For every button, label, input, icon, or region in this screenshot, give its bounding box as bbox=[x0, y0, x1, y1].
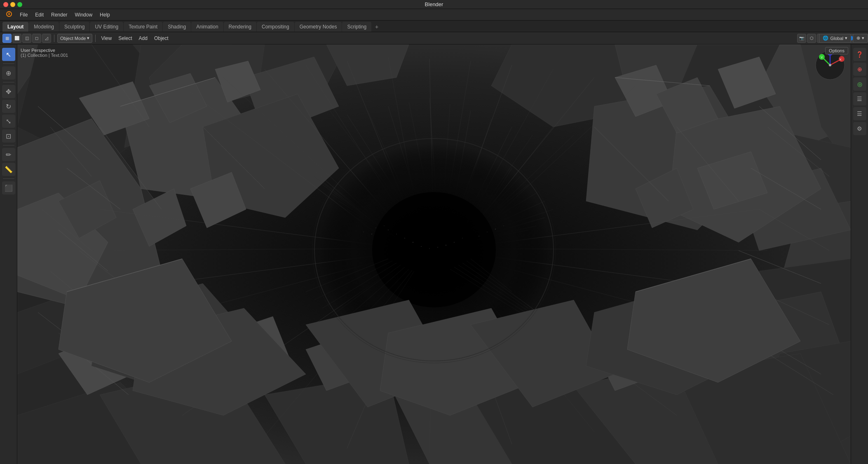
pivot-icon: ⊕ bbox=[856, 35, 860, 41]
svg-text:X: X bbox=[839, 58, 842, 61]
svg-point-1 bbox=[8, 13, 10, 15]
svg-point-151 bbox=[375, 227, 376, 228]
svg-point-147 bbox=[437, 247, 438, 248]
transform-tool-btn[interactable]: ⊡ bbox=[2, 129, 15, 143]
svg-point-141 bbox=[388, 230, 389, 230]
view-menu[interactable]: View bbox=[99, 35, 114, 42]
tab-modeling[interactable]: Modeling bbox=[29, 22, 59, 32]
svg-point-142 bbox=[396, 234, 397, 234]
scale-tool-btn[interactable]: ⤡ bbox=[2, 115, 15, 128]
add-workspace-button[interactable]: + bbox=[372, 22, 382, 32]
svg-point-153 bbox=[371, 234, 372, 234]
add-menu[interactable]: Add bbox=[136, 35, 150, 42]
maximize-button[interactable] bbox=[17, 2, 22, 7]
right-settings-btn[interactable]: ⚙ bbox=[853, 122, 866, 135]
mode-icons: ▦ ⬜ ◫ ◻ ◿ bbox=[2, 34, 51, 43]
minimize-button[interactable] bbox=[10, 2, 15, 7]
icon-btn-5[interactable]: ◿ bbox=[42, 34, 51, 43]
global-dropdown[interactable]: 🌐 Global ▾ bbox=[819, 34, 851, 43]
options-button[interactable]: Options bbox=[825, 47, 848, 54]
svg-point-154 bbox=[363, 232, 364, 232]
window-menu-item[interactable]: Window bbox=[71, 11, 96, 19]
info-btn[interactable]: ❓ bbox=[853, 48, 866, 61]
rotate-tool-btn[interactable]: ↻ bbox=[2, 100, 15, 113]
svg-point-158 bbox=[503, 225, 504, 226]
object-menu[interactable]: Object bbox=[152, 35, 171, 42]
tab-texture-paint[interactable]: Texture Paint bbox=[124, 22, 162, 32]
window-controls[interactable] bbox=[3, 2, 22, 7]
tab-geometry-nodes[interactable]: Geometry Nodes bbox=[295, 22, 342, 32]
left-tool-sep-1 bbox=[3, 63, 14, 64]
header-toolbar: ▦ ⬜ ◫ ◻ ◿ Object Mode ▾ View Select Add … bbox=[0, 32, 868, 45]
left-toolbar: ↖ ⊕ ✥ ↻ ⤡ ⊡ ✏ 📏 ⬛ bbox=[0, 45, 17, 464]
global-label: 🌐 bbox=[823, 35, 828, 41]
object-mode-dropdown[interactable]: Object Mode ▾ bbox=[57, 34, 92, 43]
svg-text:Y: Y bbox=[821, 56, 823, 59]
left-tool-sep-2 bbox=[3, 82, 14, 82]
icon-btn-4[interactable]: ◻ bbox=[32, 34, 41, 43]
icon-btn-2[interactable]: ⬜ bbox=[12, 34, 21, 43]
svg-point-140 bbox=[401, 219, 467, 281]
icon-btn-1[interactable]: ▦ bbox=[2, 34, 12, 43]
object-mode-chevron: ▾ bbox=[87, 35, 89, 41]
svg-point-144 bbox=[413, 242, 413, 243]
annotate-tool-btn[interactable]: ✏ bbox=[2, 148, 15, 161]
select-menu[interactable]: Select bbox=[116, 35, 134, 42]
toolbar-sep-2 bbox=[95, 35, 96, 42]
svg-point-156 bbox=[487, 232, 488, 232]
tab-uv-editing[interactable]: UV Editing bbox=[90, 22, 123, 32]
svg-point-145 bbox=[421, 246, 422, 247]
gizmo-rotate-btn[interactable]: ⊕ bbox=[853, 63, 866, 76]
tab-rendering[interactable]: Rendering bbox=[224, 22, 256, 32]
edit-menu-item[interactable]: Edit bbox=[32, 11, 47, 19]
svg-point-155 bbox=[479, 236, 479, 237]
menu-bar: File Edit Render Window Help bbox=[0, 9, 868, 21]
viewport-svg bbox=[17, 45, 851, 464]
file-menu-item[interactable]: File bbox=[16, 11, 31, 19]
right-toolbar: ❓ ⊕ ◎ ☰ ☰ ⚙ bbox=[851, 45, 868, 464]
viewport-shading-btn[interactable]: ⬡ bbox=[807, 34, 816, 43]
toolbar-sep-1 bbox=[54, 35, 54, 42]
orbit-btn[interactable]: ◎ bbox=[853, 77, 866, 91]
left-tool-sep-3 bbox=[3, 145, 14, 145]
tab-layout[interactable]: Layout bbox=[2, 22, 28, 32]
svg-point-146 bbox=[429, 248, 430, 249]
tab-scripting[interactable]: Scripting bbox=[342, 22, 371, 32]
blender-logo-icon bbox=[6, 11, 12, 17]
right-menu-btn[interactable]: ☰ bbox=[853, 92, 866, 105]
right-tools-btn[interactable]: ☰ bbox=[853, 107, 866, 120]
pivot-dropdown[interactable]: ⊕ ▾ bbox=[853, 34, 868, 43]
blender-menu-item[interactable] bbox=[2, 9, 16, 20]
move-tool-btn[interactable]: ✥ bbox=[2, 85, 15, 98]
svg-point-205 bbox=[829, 64, 831, 66]
tab-sculpting[interactable]: Sculpting bbox=[59, 22, 89, 32]
viewport[interactable]: User Perspective (1) Collection | Text.0… bbox=[17, 45, 851, 464]
workspace-tabs: Layout Modeling Sculpting UV Editing Tex… bbox=[0, 21, 868, 32]
measure-tool-btn[interactable]: 📏 bbox=[2, 163, 15, 176]
svg-point-150 bbox=[462, 238, 463, 239]
close-button[interactable] bbox=[3, 2, 8, 7]
add-cube-tool-btn[interactable]: ⬛ bbox=[2, 181, 15, 195]
svg-point-152 bbox=[384, 225, 385, 226]
scene-canvas bbox=[17, 45, 851, 464]
object-mode-label: Object Mode bbox=[60, 36, 86, 41]
tab-shading[interactable]: Shading bbox=[163, 22, 191, 32]
render-properties-btn[interactable]: 📷 bbox=[797, 34, 806, 43]
global-text: Global bbox=[830, 36, 843, 41]
svg-point-149 bbox=[454, 242, 455, 243]
render-menu-item[interactable]: Render bbox=[48, 11, 70, 19]
center-toolbar: 🌐 Global ▾ ⊕ ▾ 🔽 ◎ ◻ / bbox=[819, 32, 868, 45]
svg-point-157 bbox=[495, 229, 496, 230]
svg-point-143 bbox=[404, 238, 405, 239]
icon-btn-3[interactable]: ◫ bbox=[22, 34, 31, 43]
tab-animation[interactable]: Animation bbox=[191, 22, 223, 32]
left-tool-sep-4 bbox=[3, 178, 14, 179]
svg-point-148 bbox=[446, 245, 446, 246]
cursor-tool-btn[interactable]: ⊕ bbox=[2, 66, 15, 80]
title-bar: Blender bbox=[0, 0, 868, 9]
tab-compositing[interactable]: Compositing bbox=[257, 22, 294, 32]
help-menu-item[interactable]: Help bbox=[96, 11, 113, 19]
window-title: Blender bbox=[425, 1, 443, 7]
select-tool-btn[interactable]: ↖ bbox=[2, 48, 15, 61]
